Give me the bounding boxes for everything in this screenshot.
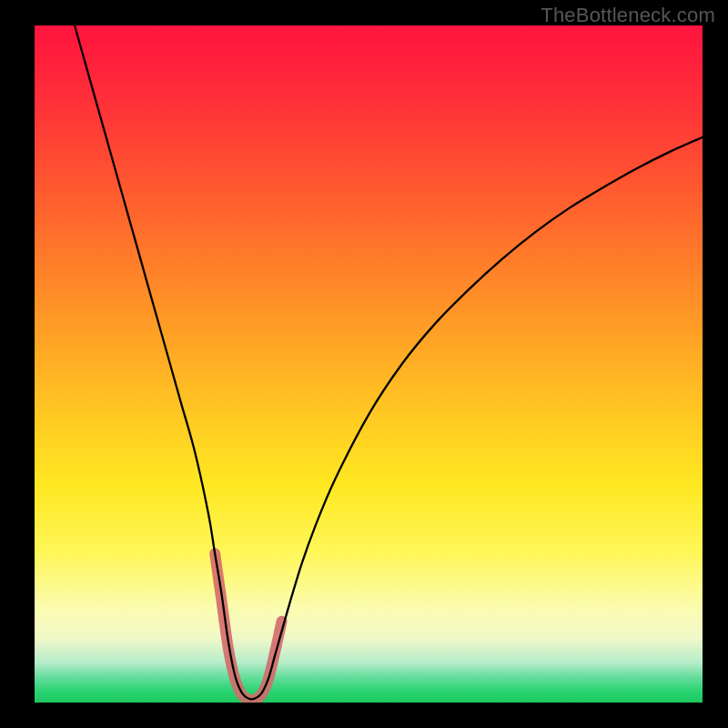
- watermark-text: TheBottleneck.com: [541, 4, 715, 27]
- chart-frame: TheBottleneck.com: [0, 0, 728, 728]
- gradient-background: [35, 25, 703, 703]
- bottleneck-chart: [0, 0, 728, 728]
